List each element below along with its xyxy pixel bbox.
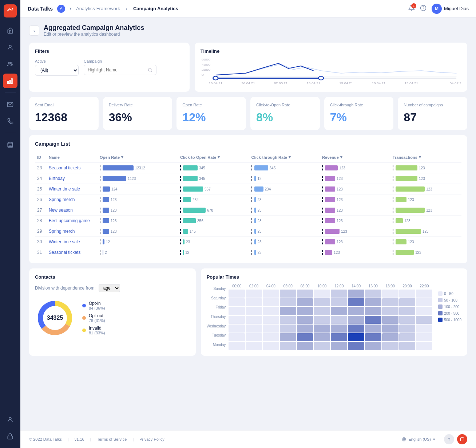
table-row: 29 Spring merch 123 145 23 [35,226,461,237]
cell-ctr: 23 [249,205,320,216]
sidebar-item-user-settings[interactable] [3,412,17,427]
popular-cell [365,333,381,341]
sidebar-item-home[interactable] [3,23,17,38]
popular-legend-box [438,311,443,315]
cell-transactions: 123 [390,205,461,216]
footer-up-button[interactable] [444,434,454,444]
cell-transactions: 123 [390,237,461,247]
col-ctr[interactable]: Click-through Rate ▾ [249,152,320,163]
sidebar-item-analytics[interactable] [3,74,17,88]
sidebar-item-group[interactable] [3,57,17,71]
popular-cell [416,290,432,298]
help-icon[interactable] [420,5,427,12]
division-select[interactable]: age [99,284,120,292]
legend-optin: Opt-in 84 (36%) [82,301,105,310]
cell-name[interactable]: Seasonal tickets [47,247,98,258]
popular-cell [416,342,432,350]
col-open-rate[interactable]: Open Rate ▾ [98,152,178,163]
sidebar-item-person[interactable] [3,40,17,55]
timeline-card: Timeline 6000 4000 2000 0 [195,43,467,92]
cell-ctr: 23 [249,194,320,205]
footer-terms[interactable]: Terms of Service [97,437,127,441]
svg-rect-4 [8,82,9,84]
popular-cell [416,316,432,324]
metric-sent-email-value: 12368 [35,111,93,124]
popular-cell [399,342,416,350]
sidebar-item-database[interactable] [3,138,17,152]
popular-cell [297,290,313,298]
metric-open-rate: Open Rate 12% [176,97,246,130]
svg-text:19.04.21: 19.04.21 [209,82,222,85]
col-revenue[interactable]: Revenue ▾ [320,152,390,163]
footer-chat-button[interactable] [457,434,467,444]
metric-campaigns-label: Number of campaigns [404,103,461,107]
campaign-list-title: Campaign List [35,141,461,147]
popular-cell [229,290,245,298]
popular-label-x: 06:00 [280,284,296,288]
cell-name[interactable]: Winter time sale [47,184,98,194]
back-button[interactable]: ‹ [29,25,39,36]
popular-label-x: 18:00 [382,284,398,288]
user-menu[interactable]: M Miguel Dias [432,4,469,14]
globe-icon [402,437,406,441]
popular-cell [280,307,296,315]
cell-name[interactable]: Spring merch [47,194,98,205]
breadcrumb-parent[interactable]: Analytics Framework [76,6,120,11]
cell-name[interactable]: New season [47,205,98,216]
svg-point-3 [11,62,12,64]
cell-name[interactable]: Spring merch [47,226,98,237]
svg-text:19.04.21: 19.04.21 [372,82,386,85]
topbar-brand-dot: A [57,5,65,13]
notification-badge: 1 [411,3,416,8]
sidebar [0,0,20,448]
svg-text:19.04.21: 19.04.21 [404,82,418,85]
sidebar-item-lock[interactable] [3,429,17,444]
cell-name[interactable]: Birthday [47,173,98,184]
filter-active-select[interactable]: (All) [35,65,79,76]
cell-id: 29 [35,226,47,237]
footer-actions [444,434,467,444]
sidebar-item-mail[interactable] [3,97,17,112]
footer-language[interactable]: English (US) ▾ [402,437,435,442]
popular-label-x: 22:00 [416,284,432,288]
legend-invalid-text: Invalid 81 (33%) [89,326,105,335]
popular-cell [246,307,262,315]
footer-language-chevron: ▾ [433,437,435,442]
sidebar-logo[interactable] [4,4,17,17]
cell-transactions: 123 [390,226,461,237]
cell-ctr: 12 [249,173,320,184]
popular-cell [229,342,245,350]
campaign-search-input[interactable] [88,67,146,72]
cell-id: 24 [35,173,47,184]
popular-cell [297,325,313,333]
table-row: 31 Seasonal tickets 2 12 23 [35,247,461,258]
cell-name[interactable]: Best upcoming game [47,216,98,226]
cell-ctr: 345 [249,163,320,173]
contacts-title: Contacts [35,274,190,280]
filter-active: Active (All) [35,59,79,76]
page-title: Aggregated Campaign Analytics [44,24,144,32]
filters-card: Filters Active (All) Campaign [29,43,190,92]
cell-transactions: 123 [390,173,461,184]
popular-grid [229,290,432,350]
sidebar-item-phone[interactable] [3,114,17,129]
metric-cto-rate-label: Click-to-Open Rate [256,103,314,107]
popular-cell [348,333,364,341]
cell-id: 28 [35,216,47,226]
cell-name[interactable]: Seasonal tickets [47,163,98,173]
col-cto-rate[interactable]: Click-to-Open Rate ▾ [178,152,249,163]
col-transactions[interactable]: Transactions ▾ [390,152,461,163]
popular-cell [297,333,313,341]
popular-cell [246,298,262,306]
popular-cell [331,325,347,333]
notification-bell[interactable]: 1 [408,5,415,12]
popular-legend-label: 0 - 50 [444,292,453,296]
popular-cell [297,307,313,315]
footer-privacy[interactable]: Privacy Policy [139,437,164,441]
popular-row [229,316,432,324]
cell-name[interactable]: Winter time sale [47,237,98,247]
cell-revenue: 123 [320,216,390,226]
sidebar-divider-1 [5,93,16,93]
filters-row: Active (All) Campaign [35,59,184,76]
page-title-block: Aggregated Campaign Analytics Edit or pr… [44,24,144,37]
